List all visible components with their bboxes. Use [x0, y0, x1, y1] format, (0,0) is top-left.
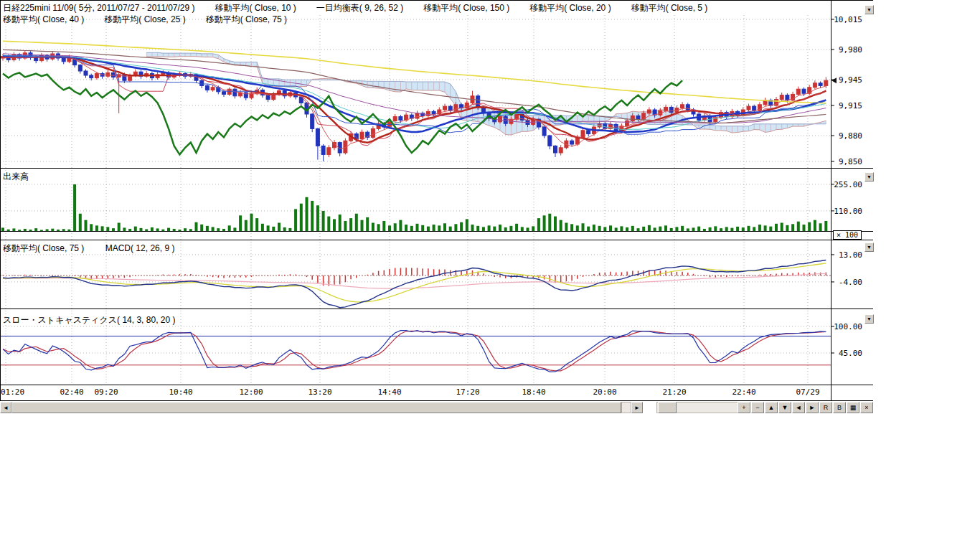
time-axis-label: 21:20: [662, 387, 686, 397]
zoom-in-button[interactable]: +: [738, 402, 750, 413]
bold-icon: B: [837, 404, 842, 411]
stoch-panel-menu-button[interactable]: ▼: [864, 314, 874, 324]
price-axis-label: 9,980: [829, 45, 862, 55]
macd-panel-menu-button[interactable]: ▼: [864, 242, 874, 252]
arrow-right-icon: ►: [809, 404, 816, 411]
price-axis-label: 10,015: [829, 15, 862, 24]
reset-view-button[interactable]: R: [819, 402, 832, 413]
time-axis-label: 14:40: [377, 387, 401, 397]
macd-panel-label: 移動平均( Close, 75 ) MACD( 12, 26, 9 ): [3, 242, 193, 255]
arrow-left-icon: ◄: [3, 405, 9, 411]
indicator-label-ma25: 移動平均( Close, 25 ): [104, 14, 185, 26]
indicator-label-ma75: 移動平均( Close, 75 ): [206, 14, 287, 26]
scroll-right-button[interactable]: ►: [631, 402, 643, 413]
chart-canvas[interactable]: [0, 0, 875, 401]
macd-params-label: MACD( 12, 26, 9 ): [105, 243, 175, 253]
volume-axis-label: 110.00: [829, 207, 862, 216]
pan-left-button[interactable]: ◄: [792, 402, 805, 413]
chevron-down-icon: ▼: [867, 174, 872, 179]
indicator-label-ma40: 移動平均( Close, 40 ): [3, 14, 84, 26]
grid-toggle-button[interactable]: ▦: [847, 402, 859, 413]
arrow-down-icon: ▼: [782, 404, 788, 411]
arrow-left-icon: ◄: [796, 404, 802, 411]
time-axis-label: 07/29: [796, 387, 819, 397]
stoch-axis-label: 45.00: [829, 349, 862, 358]
close-button[interactable]: ×: [860, 402, 873, 413]
symbol-title: 日経225mini 11/09( 5分, 2011/07/27 - 2011/0…: [3, 2, 195, 14]
chevron-down-icon: ▼: [867, 245, 872, 250]
scrollbar-thumb[interactable]: [11, 402, 621, 413]
indicator-header-row-1: 日経225mini 11/09( 5分, 2011/07/27 - 2011/0…: [3, 2, 707, 14]
time-axis-label: 12:00: [239, 387, 263, 397]
price-panel-menu-button[interactable]: ▼: [864, 5, 874, 14]
close-icon: ×: [864, 404, 868, 411]
price-axis-label: 9,880: [829, 131, 862, 141]
macd-ma75-label: 移動平均( Close, 75 ): [3, 243, 84, 253]
time-axis-label: 22:40: [732, 387, 755, 397]
zoom-out-button[interactable]: −: [751, 402, 764, 413]
time-axis-label: 09:20: [94, 387, 118, 397]
pan-down-button[interactable]: ▼: [778, 402, 791, 413]
price-axis-label: 9,915: [829, 101, 862, 110]
volume-axis-label: 255.00: [829, 180, 862, 189]
time-axis-label: 02:40: [60, 387, 83, 397]
reset-icon: R: [824, 404, 829, 411]
macd-axis-label: 13.00: [829, 250, 862, 260]
macd-axis-label: -4.00: [829, 278, 862, 287]
time-axis-label: 10:40: [169, 387, 192, 397]
time-axis-label: 01:20: [1, 387, 24, 397]
grid-icon: ▦: [850, 404, 857, 411]
price-axis-label: 9,945: [829, 75, 862, 85]
volume-panel-menu-button[interactable]: ▼: [864, 172, 874, 182]
price-axis-label: 9,850: [829, 157, 862, 166]
time-axis-label: 13:20: [308, 387, 331, 397]
indicator-label-ichimoku: 一目均衡表( 9, 26, 52 ): [316, 2, 403, 14]
pan-up-button[interactable]: ▲: [765, 402, 778, 413]
bold-lines-button[interactable]: B: [833, 402, 846, 413]
arrow-up-icon: ▲: [768, 404, 775, 411]
zoom-in-icon: +: [742, 404, 745, 411]
indicator-header-row-2: 移動平均( Close, 40 ) 移動平均( Close, 25 ) 移動平均…: [3, 14, 287, 26]
indicator-label-ma10: 移動平均( Close, 10 ): [215, 2, 296, 14]
chart-application-window: 日経225mini 11/09( 5分, 2011/07/27 - 2011/0…: [0, 0, 980, 551]
mini-scrollbar-thumb[interactable]: [658, 402, 677, 413]
chevron-down-icon: ▼: [867, 316, 872, 321]
time-axis-label: 20:00: [593, 387, 616, 397]
zoom-out-icon: −: [755, 404, 759, 411]
scroll-left-button[interactable]: ◄: [0, 402, 11, 413]
volume-panel-label: 出来高: [3, 171, 29, 183]
indicator-label-ma150: 移動平均( Close, 150 ): [423, 2, 509, 14]
arrow-right-icon: ►: [634, 405, 640, 411]
time-axis-label: 18:40: [522, 387, 545, 397]
indicator-label-ma20: 移動平均( Close, 20 ): [529, 2, 611, 14]
scrollbar-track[interactable]: [621, 402, 631, 413]
pan-right-button[interactable]: ►: [806, 402, 819, 413]
volume-multiplier-badge: × 100: [833, 230, 862, 240]
stochastics-panel-label: スロー・ストキャスティクス( 14, 3, 80, 20 ): [3, 314, 175, 326]
stoch-axis-label: 100.00: [829, 322, 862, 331]
chevron-down-icon: ▼: [867, 7, 872, 12]
time-axis-label: 17:20: [456, 387, 479, 397]
indicator-label-ma5: 移動平均( Close, 5 ): [631, 2, 708, 14]
